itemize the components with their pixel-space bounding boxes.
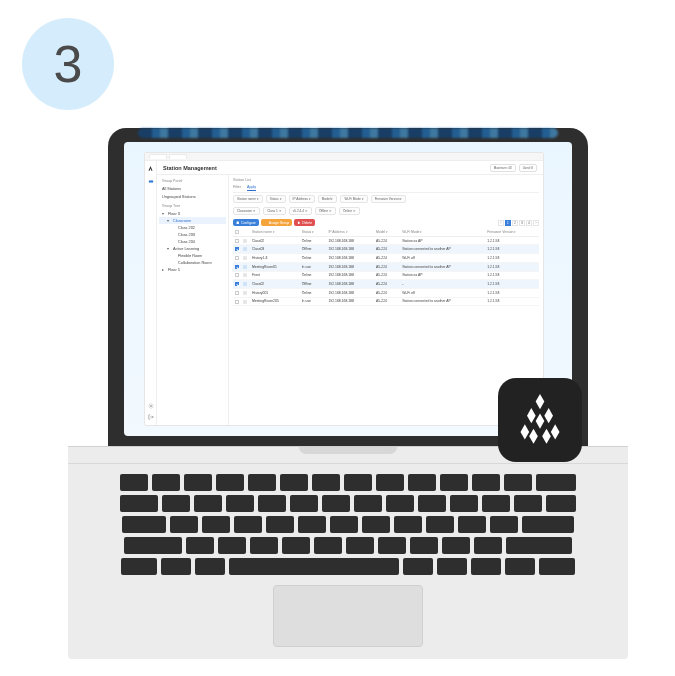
station-type-icon xyxy=(243,265,247,269)
column-header[interactable]: Model ▾ xyxy=(374,228,400,236)
table-row[interactable]: Class02Online192.168.168.188A5-224Statio… xyxy=(233,236,539,245)
configure-button[interactable]: Configure xyxy=(233,219,259,226)
cell-status: Offline xyxy=(300,280,327,289)
page-header: Station Management Maximum: 40 Used: 8 xyxy=(157,161,543,175)
svg-marker-9 xyxy=(551,424,560,439)
keyboard-key xyxy=(546,495,576,512)
table-row[interactable]: MeetingRoom01In use192.168.168.188A5-224… xyxy=(233,262,539,271)
applied-filter-chip[interactable]: Classroom ✕ xyxy=(233,207,260,215)
page-button[interactable]: 1 xyxy=(505,220,511,226)
page-button[interactable]: › xyxy=(533,220,539,226)
keyboard-key xyxy=(362,516,390,533)
filter-tab-filter[interactable]: Filter xyxy=(233,185,241,191)
cell-model: A5-224 xyxy=(374,288,400,297)
table-row[interactable]: MeetingRoom205In use192.168.168.188A5-22… xyxy=(233,297,539,306)
keyboard-key xyxy=(482,495,510,512)
tree-all-stations[interactable]: All Stations xyxy=(159,185,226,192)
browser-tabbar xyxy=(145,153,543,161)
column-header[interactable]: Station name ▾ xyxy=(250,228,300,236)
applied-filter-row: Classroom ✕Class 1 ✕v5.2.4.4 ✕Offline ✕O… xyxy=(233,205,539,217)
cell-fw: 1.2.1.93 xyxy=(485,262,539,271)
tree-node[interactable]: Collaboration Room xyxy=(159,259,226,266)
cell-ip: 192.168.168.188 xyxy=(326,288,374,297)
binoculars-icon[interactable] xyxy=(148,178,154,184)
svg-point-2 xyxy=(150,405,152,407)
column-header[interactable]: Wi-Fi Mode ▾ xyxy=(400,228,485,236)
column-header[interactable]: Status ▾ xyxy=(300,228,327,236)
tree-label: Class 203 xyxy=(178,233,195,237)
table-row[interactable]: Class02Offline192.168.168.188A5-224-1.2.… xyxy=(233,280,539,289)
keyboard-key xyxy=(120,495,158,512)
pagination: ‹1234› xyxy=(498,220,539,226)
tree-node[interactable]: ▾Active Learning xyxy=(159,245,226,252)
tree-node[interactable]: Class 202 xyxy=(159,224,226,231)
keyboard-key xyxy=(322,495,350,512)
filter-dropdown[interactable]: Model ▾ xyxy=(318,195,338,203)
tree-node[interactable]: ▸Floor 5 xyxy=(159,266,226,273)
cell-ip: 192.168.168.188 xyxy=(326,245,374,254)
tree-label: Active Learning xyxy=(173,247,199,251)
filter-dropdown[interactable]: IP Address ▾ xyxy=(289,195,315,203)
tree-node[interactable]: ▾Floor 3 xyxy=(159,210,226,217)
keyboard-key xyxy=(122,516,166,533)
delete-button[interactable]: Delete xyxy=(294,219,315,226)
filter-dropdown[interactable]: Status ▾ xyxy=(266,195,286,203)
keyboard-key xyxy=(290,495,318,512)
column-header[interactable]: Firmware Version ▾ xyxy=(485,228,539,236)
keyboard-key xyxy=(437,558,467,575)
tree-node[interactable]: Class 203 xyxy=(159,231,226,238)
applied-filter-chip[interactable]: Online ✕ xyxy=(339,207,360,215)
applied-filter-chip[interactable]: Class 1 ✕ xyxy=(263,207,286,215)
cell-fw: 1.2.1.93 xyxy=(485,271,539,280)
assign-group-button[interactable]: Assign Group xyxy=(261,219,293,226)
tree-node[interactable]: Class 204 xyxy=(159,238,226,245)
keyboard-key xyxy=(202,516,230,533)
filter-tab-apply[interactable]: Apply xyxy=(247,185,256,191)
browser-tab[interactable] xyxy=(149,154,167,159)
keyboard-key xyxy=(410,537,438,554)
keyboard-key xyxy=(216,474,244,491)
filter-dropdown[interactable]: Station name ▾ xyxy=(233,195,263,203)
tree-ungrouped[interactable]: Ungrouped Stations xyxy=(159,193,226,200)
row-checkbox[interactable] xyxy=(235,256,239,260)
keyboard-key xyxy=(376,474,404,491)
tree-node[interactable]: ▾Classroom xyxy=(159,217,226,224)
browser-tab[interactable] xyxy=(169,154,187,159)
applied-filter-chip[interactable]: Offline ✕ xyxy=(315,207,336,215)
page-button[interactable]: 3 xyxy=(519,220,525,226)
page-button[interactable]: 2 xyxy=(512,220,518,226)
table-row[interactable]: Class03Offline192.168.168.188A5-224Stati… xyxy=(233,245,539,254)
chevron-icon: ▾ xyxy=(167,219,172,223)
row-checkbox[interactable] xyxy=(235,247,239,251)
page-button[interactable]: ‹ xyxy=(498,220,504,226)
keyboard-key xyxy=(298,516,326,533)
cell-name: History001 xyxy=(250,288,300,297)
column-header[interactable]: IP Address ▾ xyxy=(326,228,374,236)
select-all-checkbox[interactable] xyxy=(235,230,239,234)
table-row[interactable]: History1-3Online192.168.168.188A5-224Wi-… xyxy=(233,254,539,263)
keyboard-key xyxy=(161,558,191,575)
cell-wifi: Station connected to another AP xyxy=(400,245,485,254)
row-checkbox[interactable] xyxy=(235,291,239,295)
row-checkbox[interactable] xyxy=(235,282,239,286)
table-row[interactable]: History001Online192.168.168.188A5-224Wi-… xyxy=(233,288,539,297)
filter-dropdown[interactable]: Firmware Version ▾ xyxy=(371,195,407,203)
row-checkbox[interactable] xyxy=(235,300,239,304)
cell-ip: 192.168.168.188 xyxy=(326,236,374,245)
settings-icon[interactable] xyxy=(148,403,154,410)
row-checkbox[interactable] xyxy=(235,265,239,269)
filter-dropdown[interactable]: Wi-Fi Mode ▾ xyxy=(340,195,367,203)
cell-wifi: Station as AP xyxy=(400,271,485,280)
cell-model: A5-224 xyxy=(374,245,400,254)
table-row[interactable]: FrontOnline192.168.168.188A5-224Station … xyxy=(233,271,539,280)
keyboard-key xyxy=(386,495,414,512)
keyboard-key xyxy=(514,495,542,512)
logout-icon[interactable] xyxy=(148,414,154,421)
cell-status: In use xyxy=(300,262,327,271)
row-checkbox[interactable] xyxy=(235,239,239,243)
row-checkbox[interactable] xyxy=(235,273,239,277)
page-button[interactable]: 4 xyxy=(526,220,532,226)
applied-filter-chip[interactable]: v5.2.4.4 ✕ xyxy=(289,207,312,215)
tree-node[interactable]: Flexible Room xyxy=(159,252,226,259)
cell-fw: 1.2.1.93 xyxy=(485,245,539,254)
